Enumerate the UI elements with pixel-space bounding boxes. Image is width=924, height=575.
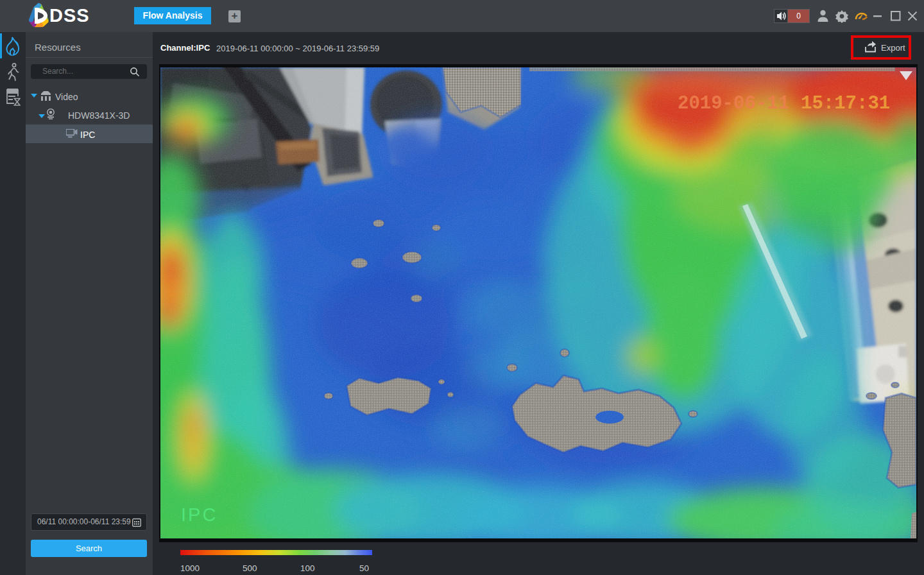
svg-text:IPC: IPC [181,504,218,525]
svg-text:2019-06-11: 2019-06-11 [678,93,789,114]
svg-text:15:17:31: 15:17:31 [801,93,890,114]
